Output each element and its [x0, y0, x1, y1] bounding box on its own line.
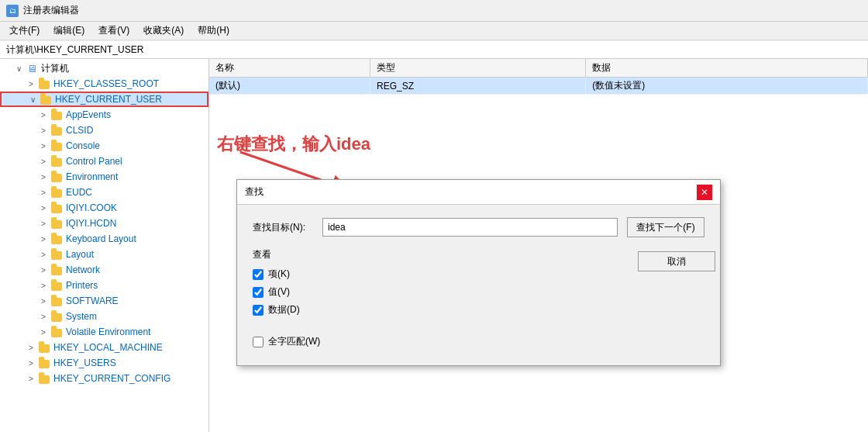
- tree-label: EUDC: [66, 187, 92, 198]
- app-title: 注册表编辑器: [23, 4, 79, 17]
- checkbox-data[interactable]: [253, 305, 264, 316]
- dialog-title-bar: 查找 ✕: [237, 180, 720, 205]
- tree-item-clsid[interactable]: > CLSID: [0, 123, 208, 138]
- folder-icon: [50, 218, 64, 229]
- tree-label: Environment: [66, 171, 118, 182]
- folder-icon: [50, 109, 64, 120]
- tree-item-iqiyi-cook[interactable]: > IQIYI.COOK: [0, 200, 208, 216]
- checkbox-item[interactable]: [253, 269, 264, 280]
- tree-item-controlpanel[interactable]: > Control Panel: [0, 154, 208, 169]
- checkbox-row-data: 数据(D): [253, 303, 619, 316]
- dialog-title-text: 查找: [245, 185, 264, 199]
- tree-item-system[interactable]: > System: [0, 309, 208, 324]
- tree-item-eudc[interactable]: > EUDC: [0, 185, 208, 200]
- cancel-button[interactable]: 取消: [638, 251, 715, 271]
- expand-icon[interactable]: ∨: [26, 95, 39, 104]
- expand-icon[interactable]: >: [25, 375, 37, 383]
- look-section: 查看 项(K) 值(V) 数据(D): [253, 248, 619, 321]
- full-match-row: 全字匹配(W): [253, 335, 704, 348]
- checkbox-label-item: 项(K): [268, 268, 290, 281]
- tree-item-volatile-env[interactable]: > Volatile Environment: [0, 324, 208, 340]
- tree-item-users[interactable]: > HKEY_USERS: [0, 355, 208, 371]
- find-target-label: 查找目标(N):: [253, 221, 322, 234]
- cancel-col: 取消: [619, 248, 704, 329]
- expand-icon[interactable]: >: [37, 188, 50, 197]
- dialog-close-button[interactable]: ✕: [697, 185, 712, 200]
- menu-edit[interactable]: 编辑(E): [47, 22, 91, 39]
- tree-label: CLSID: [66, 125, 93, 136]
- checkbox-label-fullmatch: 全字匹配(W): [268, 335, 320, 348]
- tree-item-environment[interactable]: > Environment: [0, 169, 208, 185]
- look-title: 查看: [253, 248, 619, 261]
- tree-label: Network: [66, 264, 100, 275]
- expand-icon[interactable]: >: [37, 157, 50, 166]
- folder-icon: [37, 358, 51, 368]
- expand-icon[interactable]: >: [37, 313, 50, 321]
- folder-icon: [50, 264, 64, 275]
- expand-icon[interactable]: ∨: [12, 64, 25, 73]
- expand-icon[interactable]: >: [37, 142, 50, 150]
- tree-item-computer[interactable]: ∨ 🖥 计算机: [0, 60, 208, 76]
- tree-panel: ∨ 🖥 计算机 > HKEY_CLASSES_ROOT ∨ HKEY_CURRE…: [0, 59, 209, 432]
- tree-item-keyboard-layout[interactable]: > Keyboard Layout: [0, 231, 208, 247]
- tree-label: HKEY_CURRENT_USER: [55, 94, 162, 105]
- menu-view[interactable]: 查看(V): [92, 22, 136, 39]
- expand-icon[interactable]: >: [25, 80, 37, 88]
- computer-icon: 🖥: [25, 63, 39, 74]
- tree-item-current-config[interactable]: > HKEY_CURRENT_CONFIG: [0, 371, 208, 386]
- tree-label: IQIYI.COOK: [66, 202, 117, 213]
- address-text: 计算机\HKEY_CURRENT_USER: [6, 43, 143, 57]
- checkbox-fullmatch[interactable]: [253, 337, 264, 347]
- expand-icon[interactable]: >: [25, 344, 37, 352]
- tree-item-console[interactable]: > Console: [0, 138, 208, 154]
- folder-icon: [50, 171, 64, 182]
- folder-icon: [39, 94, 53, 105]
- find-input[interactable]: [322, 218, 618, 237]
- expand-icon[interactable]: >: [37, 297, 50, 306]
- expand-icon[interactable]: >: [37, 328, 50, 337]
- tree-item-software[interactable]: > SOFTWARE: [0, 293, 208, 309]
- title-bar: 🗂 注册表编辑器: [0, 0, 868, 22]
- menu-help[interactable]: 帮助(H): [191, 22, 236, 39]
- folder-icon: [50, 233, 64, 244]
- tree-item-network[interactable]: > Network: [0, 262, 208, 278]
- app-icon: 🗂: [6, 5, 19, 17]
- checkbox-value[interactable]: [253, 287, 264, 298]
- registry-table: 名称 类型 数据 (默认) REG_SZ (数值未设置): [209, 59, 868, 95]
- tree-item-appevents[interactable]: > AppEvents: [0, 107, 208, 123]
- folder-icon: [50, 140, 64, 151]
- menu-favorites[interactable]: 收藏夹(A): [137, 22, 190, 39]
- expand-icon[interactable]: >: [37, 126, 50, 135]
- tree-label: HKEY_USERS: [53, 358, 116, 368]
- table-row[interactable]: (默认) REG_SZ (数值未设置): [209, 78, 868, 95]
- folder-icon: [37, 78, 51, 89]
- tree-label: AppEvents: [66, 109, 111, 120]
- menu-file[interactable]: 文件(F): [3, 22, 46, 39]
- folder-icon: [50, 311, 64, 322]
- tree-item-current-user[interactable]: ∨ HKEY_CURRENT_USER: [0, 92, 208, 107]
- tree-label: System: [66, 311, 97, 322]
- expand-icon[interactable]: >: [25, 359, 37, 368]
- find-next-button[interactable]: 查找下一个(F): [627, 217, 704, 237]
- col-type: 类型: [370, 59, 586, 78]
- cell-data: (数值未设置): [586, 78, 868, 95]
- tree-item-iqiyi-hcdn[interactable]: > IQIYI.HCDN: [0, 216, 208, 231]
- tree-item-classes-root[interactable]: > HKEY_CLASSES_ROOT: [0, 76, 208, 92]
- folder-icon: [50, 125, 64, 136]
- tree-item-printers[interactable]: > Printers: [0, 278, 208, 293]
- tree-label: 计算机: [41, 62, 69, 75]
- tree-label: IQIYI.HCDN: [66, 218, 116, 229]
- expand-icon[interactable]: >: [37, 111, 50, 119]
- expand-icon[interactable]: >: [37, 204, 50, 213]
- expand-icon[interactable]: >: [37, 235, 50, 244]
- checkbox-row-value: 值(V): [253, 285, 619, 299]
- folder-icon: [50, 187, 64, 198]
- expand-icon[interactable]: >: [37, 173, 50, 181]
- tree-item-layout[interactable]: > Layout: [0, 247, 208, 262]
- expand-icon[interactable]: >: [37, 266, 50, 275]
- expand-icon[interactable]: >: [37, 251, 50, 259]
- tree-label: Printers: [66, 280, 98, 291]
- tree-item-local-machine[interactable]: > HKEY_LOCAL_MACHINE: [0, 340, 208, 355]
- expand-icon[interactable]: >: [37, 219, 50, 228]
- expand-icon[interactable]: >: [37, 282, 50, 290]
